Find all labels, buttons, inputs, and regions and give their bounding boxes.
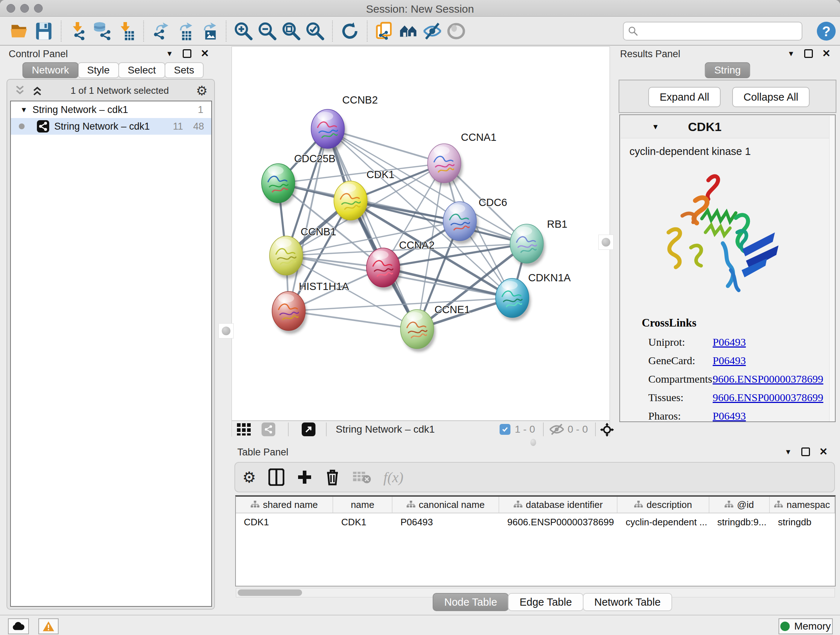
hide-selected-button[interactable] — [420, 20, 444, 42]
gear-icon[interactable]: ⚙ — [196, 83, 208, 98]
cell-6[interactable]: stringdb — [770, 513, 835, 531]
results-scrollbar[interactable] — [829, 116, 834, 422]
node-RB1[interactable] — [510, 224, 545, 266]
close-panel-icon[interactable]: ✕ — [822, 49, 831, 58]
zoom-in-button[interactable] — [232, 20, 256, 42]
clone-network-button[interactable] — [373, 20, 396, 42]
network-row[interactable]: String Network – cdk1 11 48 — [11, 118, 211, 135]
refresh-button[interactable] — [338, 20, 362, 42]
node-CCNB2[interactable] — [311, 109, 346, 152]
cell-2[interactable]: P06493 — [393, 513, 499, 531]
import-table-button[interactable] — [114, 20, 138, 42]
network-canvas[interactable]: CCNB2CCNA1CDC25BCDK1CDC6RB1CCNB1CCNA2CDK… — [232, 46, 610, 437]
column-header-namespac[interactable]: namespac — [770, 497, 835, 513]
add-column-icon[interactable] — [297, 469, 313, 485]
crosslink-link[interactable]: P06493 — [713, 336, 746, 348]
column-header-canonical-name[interactable]: canonical name — [393, 497, 499, 513]
network-collection-row[interactable]: ▼ String Network – cdk1 1 — [11, 101, 211, 118]
node-CDC6[interactable] — [443, 202, 478, 244]
import-network-button[interactable] — [66, 20, 90, 42]
tab-select[interactable]: Select — [118, 62, 165, 78]
cell-5[interactable]: stringdb:9... — [709, 513, 770, 531]
open-session-button[interactable] — [8, 20, 32, 42]
export-network-button[interactable] — [149, 20, 173, 42]
column-header-description[interactable]: description — [617, 497, 709, 513]
crosslink-link[interactable]: P06493 — [713, 410, 746, 422]
expand-all-icon[interactable] — [31, 84, 43, 97]
close-panel-icon[interactable]: ✕ — [819, 448, 828, 456]
zoom-fit-button[interactable] — [279, 20, 303, 42]
right-splitter-handle[interactable] — [598, 234, 614, 250]
collapse-all-button[interactable]: Collapse All — [732, 87, 810, 107]
network-view[interactable]: CCNB2CCNA1CDC25BCDK1CDC6RB1CCNB1CCNA2CDK… — [232, 47, 609, 420]
panel-menu-icon[interactable]: ▼ — [788, 50, 795, 58]
export-table-button[interactable] — [173, 20, 197, 42]
selected-checkbox-icon[interactable] — [500, 424, 510, 435]
search-input[interactable] — [623, 22, 802, 41]
memory-button[interactable]: Memory — [778, 618, 833, 634]
node-HIST1H1A[interactable] — [272, 291, 307, 334]
tab-node-table[interactable]: Node Table — [433, 593, 508, 611]
crosslink-link[interactable]: P06493 — [713, 355, 746, 367]
tree-caret-icon[interactable]: ▼ — [20, 106, 27, 114]
tab-string[interactable]: String — [705, 62, 750, 78]
table-panel-title: Table Panel — [237, 447, 288, 458]
node-CDK1[interactable] — [334, 181, 369, 223]
left-splitter-handle[interactable] — [218, 323, 234, 339]
show-all-button[interactable] — [444, 20, 468, 42]
zoom-out-button[interactable] — [256, 20, 279, 42]
column-header-@id[interactable]: @id — [709, 497, 770, 513]
first-neighbors-button[interactable] — [396, 20, 420, 42]
bottom-splitter-handle[interactable] — [531, 439, 536, 446]
node-CCNA1[interactable] — [428, 144, 463, 186]
export-image-button[interactable] — [197, 20, 221, 42]
close-panel-icon[interactable]: ✕ — [201, 49, 209, 58]
expand-all-button[interactable]: Expand All — [648, 87, 721, 107]
float-panel-icon[interactable] — [801, 448, 810, 456]
cloud-button[interactable] — [8, 618, 29, 634]
tab-edge-table[interactable]: Edge Table — [508, 593, 584, 611]
zoom-selected-button[interactable] — [303, 20, 327, 42]
float-panel-icon[interactable] — [183, 49, 191, 58]
panel-menu-icon[interactable]: ▼ — [785, 448, 792, 456]
tab-network-table[interactable]: Network Table — [583, 593, 672, 611]
warning-button[interactable] — [38, 618, 58, 634]
scrollbar-thumb[interactable] — [238, 589, 302, 596]
tab-network[interactable]: Network — [22, 62, 79, 78]
delete-column-icon[interactable] — [325, 469, 340, 486]
share-view-icon[interactable] — [262, 423, 275, 436]
selected-count: 1 - 0 — [515, 424, 535, 435]
import-database-button[interactable] — [90, 20, 114, 42]
gear-icon[interactable]: ⚙ — [242, 469, 256, 486]
node-CCNE1[interactable] — [401, 310, 436, 352]
cell-0[interactable]: CDK1 — [236, 513, 333, 531]
cell-4[interactable]: cyclin-dependent ... — [617, 513, 709, 531]
panel-menu-icon[interactable]: ▼ — [166, 50, 173, 58]
tab-style[interactable]: Style — [78, 62, 119, 78]
column-header-database-identifier[interactable]: database identifier — [499, 497, 617, 513]
gene-section-header[interactable]: ▼ CDK1 — [621, 116, 830, 138]
grid-view-icon[interactable] — [237, 423, 254, 435]
show-all-icon — [447, 21, 466, 41]
table-row[interactable]: CDK1CDK1P064939606.ENSP00000378699cyclin… — [236, 513, 835, 531]
collapse-all-icon[interactable] — [14, 84, 26, 97]
node-CCNA2[interactable] — [366, 248, 401, 290]
crosslink-link[interactable]: 9606.ENSP00000378699 — [713, 391, 823, 404]
application-window: Session: New Session ? Control Panel ▼ ✕ — [0, 0, 840, 635]
columns-icon[interactable] — [268, 469, 284, 486]
open-in-window-icon[interactable] — [302, 423, 316, 436]
crosslink-link[interactable]: 9606.ENSP00000378699 — [713, 373, 823, 385]
column-header-shared-name[interactable]: shared name — [236, 497, 333, 513]
cell-1[interactable]: CDK1 — [333, 513, 393, 531]
save-session-button[interactable] — [32, 20, 56, 42]
help-button[interactable]: ? — [816, 21, 836, 43]
node-CDKN1A[interactable] — [496, 279, 531, 321]
cell-3[interactable]: 9606.ENSP00000378699 — [499, 513, 617, 531]
crosslink-row: GeneCard: P06493 — [642, 355, 830, 367]
section-caret-icon[interactable]: ▼ — [652, 123, 659, 131]
float-panel-icon[interactable] — [804, 49, 813, 58]
column-header-name[interactable]: name — [333, 497, 393, 513]
tab-sets[interactable]: Sets — [164, 62, 204, 78]
birds-eye-view-icon[interactable] — [600, 423, 614, 437]
hidden-eye-icon[interactable] — [549, 424, 565, 435]
